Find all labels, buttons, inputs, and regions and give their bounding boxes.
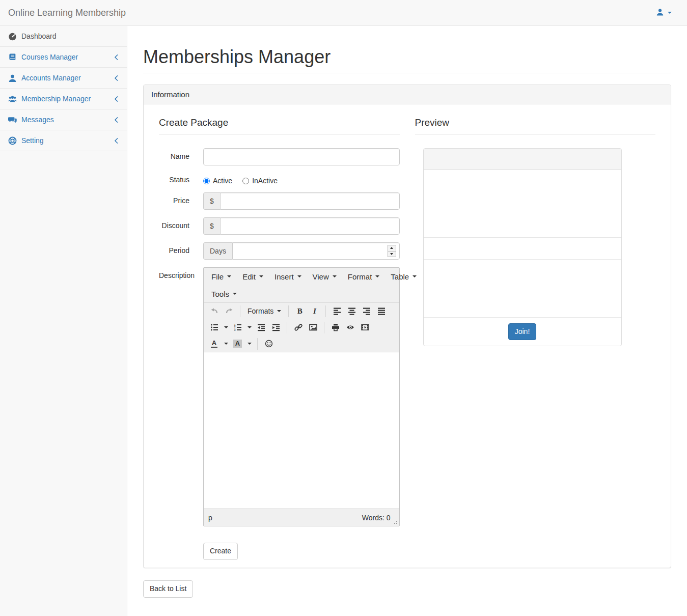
media-icon[interactable] [358,321,372,334]
resize-grip[interactable] [396,523,397,524]
discount-addon: $ [203,217,220,235]
title-divider [143,73,671,73]
status-form-group: Status Active InActive [159,173,400,185]
main-content: Memberships Manager Information Create P… [127,26,687,616]
back-to-list-button[interactable]: Back to List [143,580,193,598]
preview-divider [415,134,656,135]
sidebar-item-membership-manager[interactable]: Membership Manager [0,89,127,109]
status-inactive-radio[interactable] [242,178,249,184]
element-path: p [208,514,212,522]
align-justify-icon[interactable] [374,304,388,318]
preview-card-period [424,260,621,318]
sidebar-item-dashboard[interactable]: Dashboard [0,26,127,47]
price-form-group: Price $ [159,192,400,210]
sidebar-item-label: Membership Manager [21,95,114,103]
discount-input[interactable] [220,217,400,235]
bullet-list-icon[interactable] [207,321,221,334]
editor-toolbar-row-2: 123 [204,319,399,335]
sidebar-item-courses-manager[interactable]: Courses Manager [0,47,127,68]
sidebar-item-label: Dashboard [21,32,119,40]
sidebar-item-messages[interactable]: Messages [0,109,127,130]
number-spinner[interactable] [388,245,396,257]
chevron-left-icon [114,117,119,123]
price-addon: $ [203,192,220,210]
text-color-icon[interactable]: A [207,337,221,350]
image-icon[interactable] [306,321,320,334]
menu-format[interactable]: Format [344,270,384,283]
preview-heading: Preview [415,117,656,128]
page-title: Memberships Manager [143,46,671,68]
period-label: Period [159,242,189,260]
create-package-column: Create Package Name Status [151,112,407,560]
name-input[interactable] [203,148,400,165]
link-icon[interactable] [291,321,305,334]
editor-toolbar-row-3: A A [204,335,399,352]
chevron-left-icon [114,75,119,81]
align-center-icon[interactable] [345,304,359,318]
user-icon [656,8,664,18]
create-button[interactable]: Create [203,543,238,560]
undo-icon[interactable] [207,304,221,318]
align-right-icon[interactable] [360,304,373,318]
status-active-radio[interactable] [203,178,210,184]
discount-label: Discount [159,217,189,235]
numbered-list-caret-icon[interactable] [245,321,253,334]
name-label: Name [159,148,189,165]
preview-card: Join! [423,148,622,346]
background-color-icon[interactable]: A [231,337,244,350]
menu-table[interactable]: Table [387,270,421,283]
sidebar-item-label: Accounts Manager [21,74,114,82]
svg-text:3: 3 [234,328,235,331]
sidebar-item-setting[interactable]: Setting [0,130,127,151]
preview-card-description [424,170,621,238]
create-package-divider [159,134,400,135]
description-form-group: Description File Edit Insert View [159,267,400,526]
spinner-up-icon[interactable] [388,245,396,251]
editor-statusbar: p Words: 0 [204,509,399,526]
emoticons-icon[interactable] [262,337,276,350]
user-menu[interactable] [656,8,679,18]
status-inactive-option[interactable]: InActive [242,177,278,185]
period-input[interactable] [232,242,400,260]
create-package-heading: Create Package [159,117,400,128]
status-inactive-label: InActive [252,177,278,185]
caret-down-icon [668,12,672,14]
top-navbar: Online Learning Membership [0,0,687,26]
sidebar-item-label: Courses Manager [21,53,114,61]
spinner-down-icon[interactable] [388,251,396,257]
print-icon[interactable] [328,321,342,334]
join-button[interactable]: Join! [508,323,537,341]
preview-icon[interactable] [343,321,357,334]
text-color-caret-icon[interactable] [222,337,230,350]
italic-icon[interactable]: I [308,304,321,318]
discount-form-group: Discount $ [159,217,400,235]
life-ring-icon [8,136,17,145]
editor-content-area[interactable] [204,352,399,509]
brand-link[interactable]: Online Learning Membership [8,8,126,18]
status-label: Status [159,173,189,185]
align-left-icon[interactable] [330,304,344,318]
numbered-list-icon[interactable]: 123 [231,321,244,334]
background-color-caret-icon[interactable] [245,337,253,350]
menu-tools[interactable]: Tools [207,288,241,300]
outdent-icon[interactable] [254,321,268,334]
menu-view[interactable]: View [309,270,341,283]
price-input[interactable] [220,192,400,210]
menu-insert[interactable]: Insert [270,270,306,283]
sidebar-item-accounts-manager[interactable]: Accounts Manager [0,68,127,89]
dashboard-icon [8,32,17,41]
chevron-left-icon [114,96,119,102]
bullet-list-caret-icon[interactable] [222,321,230,334]
panel-heading: Information [144,85,671,104]
price-label: Price [159,192,189,210]
indent-icon[interactable] [269,321,283,334]
menu-file[interactable]: File [207,270,235,283]
menu-edit[interactable]: Edit [238,270,267,283]
status-active-option[interactable]: Active [203,177,232,185]
bold-icon[interactable]: B [293,304,307,318]
redo-icon[interactable] [222,304,236,318]
status-active-label: Active [213,177,232,185]
formats-dropdown[interactable]: Formats [244,304,284,318]
comments-icon [8,116,17,124]
word-count: Words: 0 [362,514,391,522]
